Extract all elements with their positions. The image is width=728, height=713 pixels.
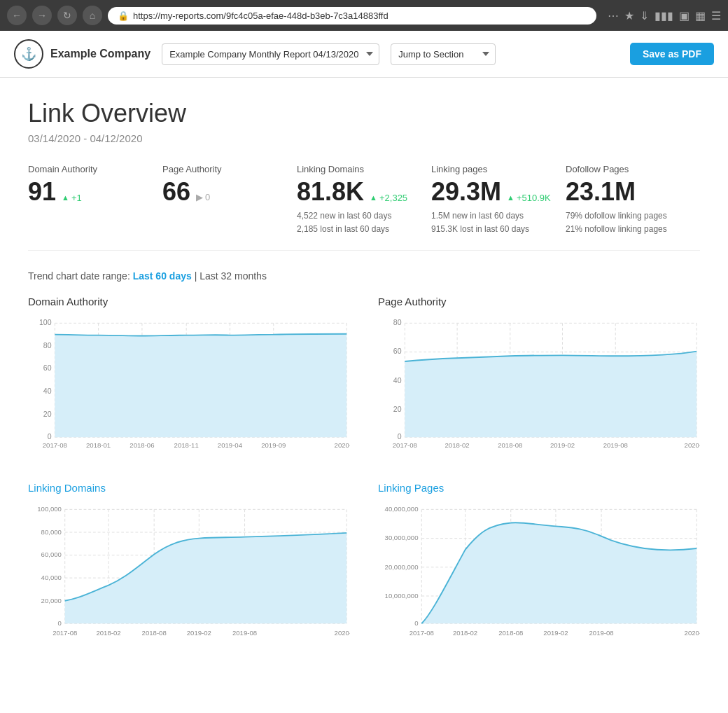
security-icon: 🔒 xyxy=(118,11,129,21)
linking-domains-label: Linking Domains xyxy=(297,164,417,174)
chart-linking-pages-title: Linking Pages xyxy=(378,482,700,494)
svg-text:2019-08: 2019-08 xyxy=(603,441,628,449)
metrics-row: Domain Authority 91 ▲ +1 Page Authority … xyxy=(28,164,700,251)
chart-page-authority-title: Page Authority xyxy=(378,296,700,307)
dofollow-pages-label: Dofollow Pages xyxy=(566,164,686,174)
dofollow-pages-sub: 79% dofollow linking pages 21% nofollow … xyxy=(566,209,686,236)
svg-text:2020-02: 2020-02 xyxy=(685,629,700,637)
svg-text:2019-08: 2019-08 xyxy=(232,629,257,637)
linking-pages-svg: 40,000,000 30,000,000 20,000,000 10,000,… xyxy=(378,499,700,653)
reload-button[interactable]: ↻ xyxy=(57,6,77,25)
svg-text:2019-09: 2019-09 xyxy=(261,441,286,449)
metric-dofollow-pages: Dofollow Pages 23.1M 79% dofollow linkin… xyxy=(566,164,700,236)
chart-domain-authority-title: Domain Authority xyxy=(28,296,350,307)
linking-pages-change: ▲ +510.9K xyxy=(507,193,551,203)
domain-authority-change: ▲ +1 xyxy=(62,193,82,203)
linking-domains-change: ▲ +2,325 xyxy=(370,193,407,203)
charts-grid: Domain Authority 100 80 60 40 20 0 xyxy=(28,296,700,653)
svg-text:2020-02: 2020-02 xyxy=(685,441,700,449)
svg-text:80: 80 xyxy=(43,341,52,349)
svg-text:60: 60 xyxy=(393,347,402,356)
svg-text:2018-08: 2018-08 xyxy=(142,629,167,637)
svg-text:60: 60 xyxy=(43,364,52,373)
url-text: https://my-reports.com/9fc4c05a-efae-448… xyxy=(133,11,587,21)
page-content: Link Overview 03/14/2020 - 04/12/2020 Do… xyxy=(0,78,728,675)
trend-range-inactive[interactable]: Last 32 months xyxy=(200,270,267,282)
date-range: 03/14/2020 - 04/12/2020 xyxy=(28,132,700,144)
save-pdf-button[interactable]: Save as PDF xyxy=(630,43,714,65)
page-authority-label: Page Authority xyxy=(162,164,283,174)
page-authority-svg: 80 60 40 20 0 xyxy=(378,313,700,461)
svg-text:100,000: 100,000 xyxy=(37,505,62,513)
logo-area: ⚓ Example Company xyxy=(14,39,150,69)
svg-text:2018-08: 2018-08 xyxy=(498,441,522,449)
svg-text:2019-02: 2019-02 xyxy=(187,629,211,637)
trend-range: Trend chart date range: Last 60 days | L… xyxy=(28,270,700,282)
page-authority-change: ▶ 0 xyxy=(196,192,210,202)
url-bar[interactable]: 🔒 https://my-reports.com/9fc4c05a-efae-4… xyxy=(108,7,596,25)
metric-linking-domains: Linking Domains 81.8K ▲ +2,325 4,522 new… xyxy=(297,164,431,236)
page-title: Link Overview xyxy=(28,99,700,128)
extensions-icon[interactable]: ▣ xyxy=(679,9,690,22)
forward-button[interactable]: → xyxy=(32,6,52,25)
chart-linking-domains: Linking Domains 100,000 80,000 60,000 40… xyxy=(28,482,350,653)
metric-domain-authority: Domain Authority 91 ▲ +1 xyxy=(28,164,162,236)
neutral-icon: ▶ xyxy=(196,192,203,202)
menu-icon[interactable]: ☰ xyxy=(711,9,721,22)
svg-text:20,000,000: 20,000,000 xyxy=(385,563,419,571)
home-button[interactable]: ⌂ xyxy=(83,6,102,25)
linking-pages-value: 29.3M xyxy=(431,177,501,207)
svg-text:2018-02: 2018-02 xyxy=(445,441,470,449)
library-icon[interactable]: ▮▮▮ xyxy=(654,9,673,22)
dofollow-pages-value: 23.1M xyxy=(566,177,636,207)
up-arrow-icon: ▲ xyxy=(370,193,377,202)
up-arrow-icon: ▲ xyxy=(62,193,69,202)
app-header: ⚓ Example Company Example Company Monthl… xyxy=(0,31,728,78)
svg-text:0: 0 xyxy=(58,619,62,627)
svg-text:40: 40 xyxy=(393,376,402,385)
svg-text:80,000: 80,000 xyxy=(41,528,62,536)
browser-icons: ⋯ ★ ⇓ ▮▮▮ ▣ ▦ ☰ xyxy=(608,9,721,22)
domain-authority-svg: 100 80 60 40 20 0 xyxy=(28,313,350,461)
svg-text:2018-06: 2018-06 xyxy=(130,441,154,449)
chart-domain-authority-svg-wrap: 100 80 60 40 20 0 xyxy=(28,313,350,461)
svg-text:80: 80 xyxy=(393,319,402,327)
svg-text:2019-08: 2019-08 xyxy=(589,629,614,637)
svg-text:0: 0 xyxy=(48,433,52,441)
page-authority-value: 66 xyxy=(162,177,190,207)
svg-text:30,000,000: 30,000,000 xyxy=(385,534,419,542)
report-select[interactable]: Example Company Monthly Report 04/13/202… xyxy=(162,43,379,65)
up-arrow-icon: ▲ xyxy=(507,193,514,202)
svg-text:100: 100 xyxy=(39,319,52,327)
svg-text:20: 20 xyxy=(393,405,402,413)
svg-text:40,000: 40,000 xyxy=(41,574,62,581)
linking-pages-sub: 1.5M new in last 60 days 915.3K lost in … xyxy=(431,209,552,236)
svg-text:2017-08: 2017-08 xyxy=(43,441,67,449)
svg-text:2018-11: 2018-11 xyxy=(174,441,199,449)
bookmark-icon[interactable]: ★ xyxy=(624,9,634,22)
chart-linking-domains-title: Linking Domains xyxy=(28,482,350,494)
svg-text:40,000,000: 40,000,000 xyxy=(385,505,419,513)
svg-text:2018-02: 2018-02 xyxy=(453,629,477,637)
back-button[interactable]: ← xyxy=(7,6,27,25)
tiles-icon[interactable]: ▦ xyxy=(695,9,706,22)
metric-page-authority: Page Authority 66 ▶ 0 xyxy=(162,164,297,236)
chart-domain-authority: Domain Authority 100 80 60 40 20 0 xyxy=(28,296,350,461)
trend-range-active[interactable]: Last 60 days xyxy=(133,270,192,282)
chart-page-authority: Page Authority 80 60 40 20 0 xyxy=(378,296,700,461)
svg-text:2019-04: 2019-04 xyxy=(218,441,243,449)
jump-to-section-select[interactable]: Jump to Section xyxy=(391,43,496,65)
svg-text:2020-02: 2020-02 xyxy=(335,629,350,637)
svg-text:0: 0 xyxy=(398,433,402,441)
svg-text:2019-02: 2019-02 xyxy=(543,629,568,637)
more-icon[interactable]: ⋯ xyxy=(608,9,619,22)
svg-text:20: 20 xyxy=(43,410,52,418)
chart-page-authority-svg-wrap: 80 60 40 20 0 xyxy=(378,313,700,461)
metric-linking-pages: Linking pages 29.3M ▲ +510.9K 1.5M new i… xyxy=(431,164,566,236)
domain-authority-value: 91 xyxy=(28,177,56,207)
linking-domains-sub: 4,522 new in last 60 days 2,185 lost in … xyxy=(297,209,417,236)
chart-linking-domains-svg-wrap: 100,000 80,000 60,000 40,000 20,000 0 xyxy=(28,499,350,653)
download-icon[interactable]: ⇓ xyxy=(640,9,649,22)
svg-text:2017-08: 2017-08 xyxy=(52,629,77,637)
trend-range-label: Trend chart date range: xyxy=(28,270,130,282)
